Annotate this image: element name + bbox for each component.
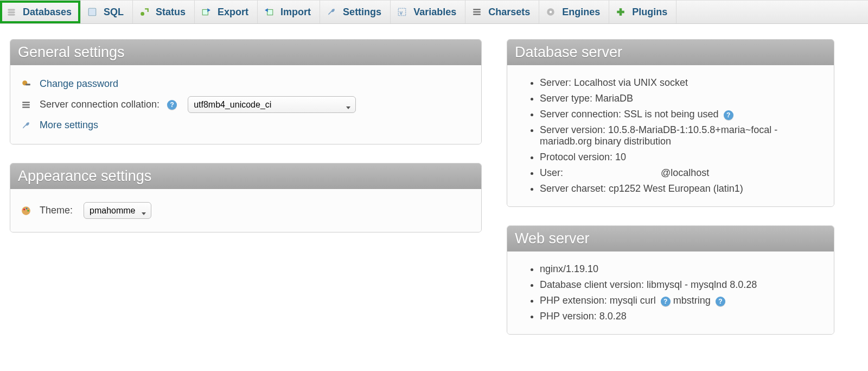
list-item: Server type: MariaDB	[540, 91, 823, 106]
tab-databases[interactable]: Databases	[0, 1, 81, 23]
more-settings-link[interactable]: More settings	[40, 120, 98, 131]
help-icon[interactable]: ?	[724, 110, 733, 120]
tab-label: Settings	[343, 7, 381, 18]
tab-label: Import	[280, 7, 311, 18]
top-tabs: DatabasesSQLStatusExportImportSettingsvV…	[0, 0, 868, 24]
tab-label: Status	[156, 7, 186, 18]
collation-icon	[21, 100, 31, 110]
general-settings-title: General settings	[10, 40, 481, 65]
db-server-panel: Database server Server: Localhost via UN…	[507, 39, 834, 207]
web-server-title: Web server	[507, 226, 834, 251]
svg-rect-2	[8, 14, 15, 15]
svg-point-19	[22, 206, 30, 215]
status-icon	[139, 7, 149, 17]
tab-label: SQL	[104, 7, 124, 18]
web-server-panel: Web server nginx/1.19.10Database client …	[507, 225, 834, 335]
tab-export[interactable]: Export	[195, 1, 258, 23]
svg-rect-6	[267, 10, 273, 15]
db-server-list: Server: Localhost via UNIX socketServer …	[518, 75, 823, 197]
svg-rect-3	[88, 8, 96, 16]
list-item: PHP version: 8.0.28	[540, 309, 823, 324]
wrench-icon	[21, 121, 31, 130]
general-settings-panel: General settings Change password Server …	[10, 39, 482, 144]
charsets-icon	[472, 7, 482, 17]
svg-rect-9	[473, 9, 481, 10]
tab-import[interactable]: Import	[258, 1, 320, 23]
svg-text:v: v	[400, 10, 403, 16]
help-icon[interactable]: ?	[167, 100, 177, 110]
svg-rect-16	[22, 102, 30, 103]
svg-point-4	[141, 12, 144, 16]
tab-variables[interactable]: vVariables	[391, 1, 465, 23]
list-item: PHP extension: mysqli curl ? mbstring ?	[540, 293, 823, 309]
svg-rect-17	[22, 104, 30, 105]
help-icon[interactable]: ?	[716, 297, 725, 306]
tab-status[interactable]: Status	[133, 1, 195, 23]
db-server-title: Database server	[507, 40, 834, 65]
tab-plugins[interactable]: Plugins	[609, 1, 676, 23]
tab-label: Charsets	[488, 7, 530, 18]
engines-icon	[546, 7, 556, 17]
svg-rect-11	[473, 14, 481, 15]
tab-label: Plugins	[632, 7, 667, 18]
collation-select[interactable]: utf8mb4_unicode_ci	[188, 96, 356, 113]
list-item: Protocol version: 10	[540, 149, 823, 165]
settings-icon	[327, 7, 336, 17]
sql-icon	[87, 7, 97, 17]
svg-rect-15	[25, 83, 30, 85]
tab-label: Engines	[562, 7, 600, 18]
palette-icon	[21, 206, 31, 216]
export-icon	[201, 7, 211, 17]
list-item: Server connection: SSL is not being used…	[540, 106, 823, 122]
right-column: Database server Server: Localhost via UN…	[507, 39, 834, 353]
variables-icon: v	[397, 7, 407, 17]
change-password-link[interactable]: Change password	[40, 78, 118, 90]
list-item: Database client version: libmysql - mysq…	[540, 277, 823, 293]
help-icon[interactable]: ?	[661, 297, 671, 306]
plugins-icon	[616, 7, 626, 17]
svg-rect-1	[8, 11, 15, 13]
appearance-settings-title: Appearance settings	[10, 164, 481, 189]
svg-point-21	[26, 207, 28, 209]
appearance-settings-panel: Appearance settings Theme: pmahomme	[10, 163, 482, 232]
svg-rect-0	[8, 9, 15, 10]
list-item: User:@localhost	[540, 165, 823, 181]
tab-settings[interactable]: Settings	[320, 1, 391, 23]
tab-label: Variables	[413, 7, 456, 18]
svg-rect-18	[22, 106, 30, 108]
svg-rect-5	[202, 10, 208, 15]
theme-label: Theme:	[40, 205, 73, 216]
svg-point-13	[550, 11, 552, 14]
svg-point-22	[27, 210, 29, 211]
list-item: Server charset: cp1252 West European (la…	[540, 181, 823, 197]
list-item: Server version: 10.5.8-MariaDB-1:10.5.8+…	[540, 122, 823, 149]
web-server-list: nginx/1.19.10Database client version: li…	[518, 261, 823, 324]
tab-sql[interactable]: SQL	[81, 1, 133, 23]
import-icon	[264, 7, 274, 17]
left-column: General settings Change password Server …	[10, 39, 482, 251]
tab-label: Export	[218, 7, 248, 18]
db-icon	[7, 7, 16, 17]
page-body: General settings Change password Server …	[0, 24, 868, 363]
theme-select[interactable]: pmahomme	[84, 202, 151, 219]
list-item: Server: Localhost via UNIX socket	[540, 75, 823, 91]
list-item: nginx/1.19.10	[540, 261, 823, 277]
tab-engines[interactable]: Engines	[539, 1, 609, 23]
change-password-icon	[21, 79, 31, 89]
tab-charsets[interactable]: Charsets	[465, 1, 539, 23]
collation-label: Server connection collation:	[40, 99, 159, 110]
svg-point-20	[23, 209, 25, 210]
svg-rect-10	[473, 11, 481, 12]
tab-label: Databases	[23, 7, 72, 18]
